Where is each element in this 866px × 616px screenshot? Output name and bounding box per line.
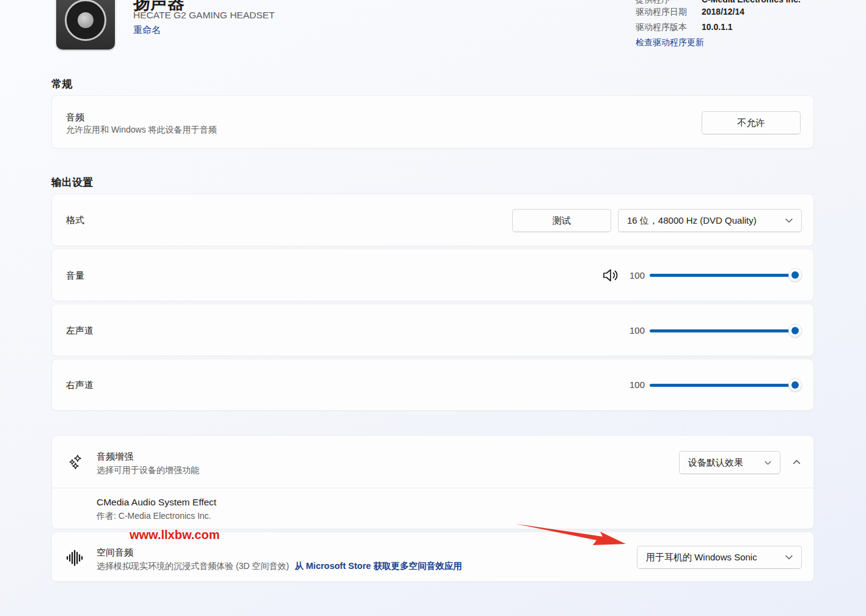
device-name: HECATE G2 GAMING HEADSET: [133, 10, 274, 21]
left-channel-slider-thumb[interactable]: [788, 324, 802, 337]
driver-version-value: 10.0.1.1: [702, 22, 733, 32]
speaker-cone: [78, 12, 94, 28]
enhancements-title: 音频增强: [97, 451, 133, 463]
spatial-title: 空间音频: [97, 547, 133, 559]
audio-enhancements-card: 音频增强 选择可用于设备的增强功能 设备默认效果 CMedia Audio Sy…: [51, 435, 814, 529]
chevron-down-icon: [785, 218, 793, 223]
volume-slider-thumb[interactable]: [788, 268, 802, 282]
driver-date-label: 驱动程序日期: [636, 7, 687, 18]
format-dropdown[interactable]: 16 位，48000 Hz (DVD Quality): [618, 209, 802, 232]
audio-subtitle: 允许应用和 Windows 将此设备用于音频: [66, 125, 217, 136]
volume-slider[interactable]: [650, 274, 801, 277]
driver-provider-label: 提供程序: [636, 0, 670, 6]
driver-provider-value: C-Media Electronics Inc.: [702, 0, 801, 4]
enhancements-dropdown-value: 设备默认效果: [688, 457, 743, 469]
deny-audio-button[interactable]: 不允许: [702, 111, 801, 134]
audio-title: 音频: [66, 112, 84, 123]
test-button[interactable]: 测试: [512, 209, 611, 232]
enhancements-dropdown[interactable]: 设备默认效果: [679, 451, 780, 474]
right-channel-card: 右声道 100: [51, 359, 814, 411]
spatial-dropdown[interactable]: 用于耳机的 Windows Sonic: [637, 546, 802, 569]
microsoft-store-link[interactable]: 从 Microsoft Store 获取更多空间音效应用: [295, 560, 462, 572]
chevron-down-icon: [785, 555, 793, 560]
volume-card: 音量 100: [51, 249, 814, 301]
format-dropdown-value: 16 位，48000 Hz (DVD Quality): [627, 215, 757, 227]
format-label: 格式: [66, 215, 84, 226]
red-annotation-arrow: [512, 519, 631, 550]
sound-device-properties-page: 扬声器 HECATE G2 GAMING HEADSET 重命名 提供程序 C-…: [0, 0, 866, 616]
spatial-subtitle-row: 选择模拟现实环境的沉浸式音频体验 (3D 空间音效) 从 Microsoft S…: [97, 560, 462, 572]
device-image: [56, 0, 115, 50]
right-channel-slider-thumb[interactable]: [788, 378, 802, 392]
format-card: 格式 测试 16 位，48000 Hz (DVD Quality): [51, 194, 814, 246]
effect-name: CMedia Audio System Effect: [97, 497, 216, 508]
right-channel-slider[interactable]: [650, 384, 801, 387]
driver-date-value: 2018/12/14: [702, 7, 744, 16]
rename-link[interactable]: 重命名: [133, 24, 161, 36]
left-channel-label: 左声道: [66, 325, 94, 337]
volume-value: 100: [619, 270, 645, 280]
left-channel-value: 100: [619, 325, 645, 336]
right-channel-value: 100: [619, 380, 645, 390]
general-section-heading: 常规: [51, 77, 72, 91]
card-divider: [52, 488, 813, 488]
enhancements-subtitle: 选择可用于设备的增强功能: [97, 465, 199, 476]
left-channel-card: 左声道 100: [51, 304, 814, 356]
speaker-volume-icon: [602, 268, 619, 282]
watermark-text: www.llxbw.com: [130, 528, 219, 542]
check-driver-update-link[interactable]: 检查驱动程序更新: [636, 37, 704, 48]
spatial-subtitle: 选择模拟现实环境的沉浸式音频体验 (3D 空间音效): [97, 561, 289, 572]
spatial-dropdown-value: 用于耳机的 Windows Sonic: [646, 552, 757, 563]
collapse-chevron-up-icon[interactable]: [788, 453, 805, 471]
volume-label: 音量: [66, 270, 84, 282]
sparkles-icon: [67, 453, 84, 471]
output-section-heading: 输出设置: [51, 175, 93, 189]
driver-version-label: 驱动程序版本: [636, 22, 687, 33]
speaker-ring: [65, 0, 106, 41]
chevron-down-icon: [765, 461, 771, 465]
effect-author: 作者: C-Media Electronics Inc.: [97, 511, 211, 522]
right-channel-label: 右声道: [66, 380, 94, 391]
left-channel-slider[interactable]: [650, 329, 801, 332]
spatial-sound-waveform-icon: [65, 549, 84, 567]
audio-permission-card: 音频 允许应用和 Windows 将此设备用于音频 不允许: [51, 95, 814, 148]
